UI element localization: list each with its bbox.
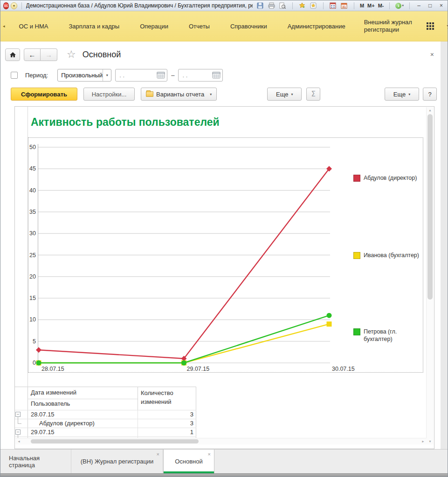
main-content: ← → ☆ Основной × Период: Произвольный ▾ … — [0, 41, 448, 449]
home-button[interactable] — [5, 48, 20, 61]
collapse-group-icon[interactable]: − — [15, 412, 21, 417]
forward-button[interactable]: → — [41, 48, 57, 61]
close-page-icon[interactable]: × — [427, 51, 437, 58]
main-menu-button[interactable]: ▾ — [11, 2, 17, 9]
table-row[interactable]: Абдулов (директор)3 — [15, 419, 196, 428]
collapse-menu-icon[interactable]: ◂ — [1, 24, 9, 28]
column-header-date: Дата изменений — [28, 387, 138, 399]
calendar-icon[interactable]: 31 — [340, 2, 348, 9]
data-point — [36, 347, 41, 353]
menu-item-7[interactable]: Внешний журнал регистрации — [356, 19, 427, 34]
tree-gutter — [15, 419, 28, 428]
cell-value: 3 — [138, 419, 196, 428]
favorites-star-icon[interactable]: ★ — [446, 22, 448, 30]
date-from-input[interactable] — [116, 72, 157, 79]
settings-button[interactable]: Настройки... — [83, 88, 135, 101]
report-variants-button[interactable]: Варианты отчета ▾ — [141, 88, 217, 101]
date-to-input[interactable] — [179, 72, 212, 79]
legend-item: Абдулов (директор) — [353, 174, 417, 182]
memory-m-button[interactable]: M — [360, 2, 364, 9]
period-checkbox[interactable] — [11, 72, 18, 79]
tab-close-icon[interactable]: × — [208, 452, 211, 457]
scroll-right-icon[interactable]: ► — [421, 440, 425, 443]
window-tab-3[interactable]: Основной× — [163, 450, 214, 473]
memory-mminus-button[interactable]: M- — [378, 2, 384, 9]
memory-mplus-button[interactable]: M+ — [367, 2, 375, 9]
table-header: Дата измененийПользовательКоличество изм… — [15, 387, 196, 410]
favorite-toggle-icon[interactable]: ☆ — [67, 48, 76, 61]
window-tab-1[interactable]: Начальная страница — [0, 450, 71, 473]
menu-item-1[interactable]: ОС и НМА — [9, 23, 59, 30]
menu-item-6[interactable]: Администрирование — [277, 23, 356, 30]
print-icon[interactable] — [268, 2, 276, 9]
table-group-row[interactable]: −28.07.153 — [15, 410, 196, 419]
cell-value: 1 — [138, 428, 196, 436]
scroll-up-icon[interactable]: ▲ — [427, 109, 434, 112]
back-button[interactable]: ← — [24, 48, 41, 61]
period-kind-select[interactable]: Произвольный ▾ — [57, 69, 111, 82]
table-group-row[interactable]: −29.07.151 — [15, 428, 196, 436]
y-tick-label: 35 — [29, 209, 36, 215]
divider — [292, 2, 293, 9]
print-preview-icon[interactable] — [279, 2, 287, 9]
maximize-button[interactable]: □ — [427, 2, 434, 9]
logo-text: 1С — [4, 4, 8, 7]
tab-close-icon[interactable]: × — [157, 452, 159, 457]
series-line — [39, 315, 329, 363]
y-tick-label: 30 — [29, 230, 36, 237]
report-table: Дата измененийПользовательКоличество изм… — [15, 387, 196, 438]
window-bottom-edge — [0, 473, 448, 477]
open-windows-tabbar: Начальная страница(ВН) Журнал регистраци… — [0, 449, 448, 473]
sum-button[interactable]: Σ — [306, 88, 320, 101]
tree-line — [18, 423, 21, 424]
divider — [21, 2, 22, 9]
add-favorite-icon[interactable] — [298, 2, 306, 9]
vertical-scroll-thumb[interactable] — [427, 114, 433, 300]
app-window: 1С ▾ Демонстрационная база / Абдулов Юри… — [0, 0, 448, 477]
data-point — [36, 361, 41, 366]
history-nav: ← → — [24, 48, 57, 61]
more-label: Еще — [276, 91, 288, 98]
close-button[interactable]: × — [438, 2, 445, 9]
menu-item-3[interactable]: Операции — [130, 23, 179, 30]
info-menu-button[interactable]: i ▾ — [395, 3, 404, 9]
menu-item-4[interactable]: Отчеты — [179, 23, 220, 30]
tree-line — [18, 419, 18, 423]
vertical-scrollbar[interactable]: ▲ ▼ — [426, 107, 434, 444]
generate-button[interactable]: Сформировать — [11, 88, 77, 101]
x-tick-label: 29.07.15 — [187, 366, 210, 372]
activity-chart[interactable]: 0510152025303540455028.07.1529.07.1530.0… — [28, 137, 423, 373]
y-tick-label: 10 — [29, 316, 36, 323]
chevron-down-icon: ▾ — [103, 69, 111, 81]
favorites-icon[interactable] — [310, 2, 317, 9]
window-tab-2[interactable]: (ВН) Журнал регистрации× — [71, 450, 163, 473]
calendar-picker-icon[interactable] — [212, 72, 221, 79]
collapse-group-icon[interactable]: − — [15, 429, 21, 435]
legend-swatch — [353, 252, 360, 259]
more-button-right[interactable]: Еще ▾ — [385, 88, 419, 101]
help-button[interactable]: ? — [423, 88, 437, 101]
apps-grid-icon[interactable] — [427, 22, 434, 30]
scroll-down-icon[interactable]: ▼ — [427, 440, 434, 443]
column-header-count: Количество изменений — [138, 387, 196, 410]
calendar-picker-icon[interactable] — [157, 72, 165, 79]
page-title: Основной — [83, 50, 121, 60]
scroll-left-icon[interactable]: ◄ — [17, 440, 21, 443]
more-button-left[interactable]: Еще ▾ — [267, 88, 302, 101]
tab-label: Начальная страница — [9, 455, 62, 469]
y-tick-label: 45 — [29, 165, 36, 172]
period-label: Период: — [25, 72, 48, 79]
horizontal-scroll-thumb[interactable] — [31, 439, 199, 443]
save-icon[interactable] — [256, 2, 264, 9]
chevron-down-icon: ▾ — [210, 92, 212, 96]
calculator-icon[interactable] — [329, 2, 337, 9]
menu-item-5[interactable]: Справочники — [220, 23, 277, 30]
divider — [354, 2, 354, 9]
menu-item-2[interactable]: Зарплата и кадры — [58, 23, 130, 30]
divider — [323, 2, 324, 9]
period-filter-row: Период: Произвольный ▾ – — [11, 68, 441, 82]
horizontal-scrollbar[interactable]: ◄ ► — [15, 438, 427, 444]
1c-logo-icon[interactable]: 1С — [3, 2, 9, 9]
x-tick-label: 30.07.15 — [332, 366, 355, 372]
minimize-button[interactable]: – — [415, 2, 422, 9]
